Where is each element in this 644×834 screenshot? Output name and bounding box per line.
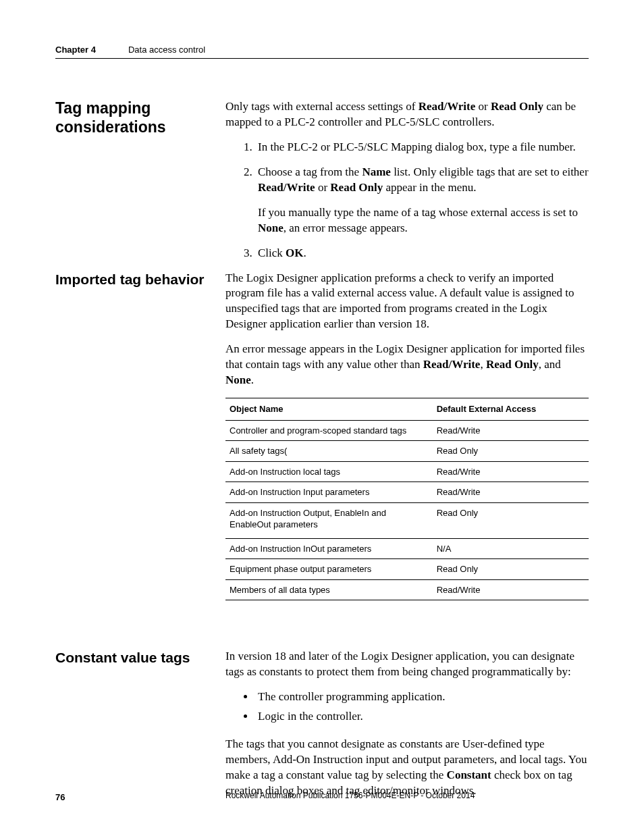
section-tag-mapping: Tag mapping considerations Only tags wit… [55,99,589,271]
page-number: 76 [55,792,65,802]
table-header-default-access: Default External Access [433,398,589,421]
table-row: Add-on Instruction local tags Read/Write [225,461,589,482]
tag-mapping-steps: In the PLC-2 or PLC-5/SLC Mapping dialog… [225,140,589,261]
page-footer: 76 Rockwell Automation Publication 1756-… [55,791,589,803]
table-row: All safety tags( Read Only [225,441,589,462]
section-constant-value-tags: Constant value tags In version 18 and la… [55,649,589,808]
step-3: Click OK. [255,246,589,261]
table-row: Controller and program-scoped standard t… [225,420,589,441]
chapter-title: Data access control [128,45,205,55]
step-2: Choose a tag from the Name list. Only el… [255,165,589,236]
chapter-label: Chapter 4 [55,45,96,55]
constant-bullets: The controller programming application. … [225,689,589,725]
imported-p2: An error message appears in the Logix De… [225,342,589,388]
table-header-object-name: Object Name [225,398,433,421]
heading-tag-mapping: Tag mapping considerations [55,99,212,136]
table-row: Equipment phase output parameters Read O… [225,559,589,580]
running-header: Chapter 4 Data access control [55,45,589,59]
step-2-note: If you manually type the name of a tag w… [258,205,589,236]
table-row: Add-on Instruction InOut parameters N/A [225,538,589,559]
section-imported-tag-behavior: Imported tag behavior The Logix Designer… [55,271,589,608]
imported-p1: The Logix Designer application preforms … [225,271,589,333]
page: Chapter 4 Data access control Tag mappin… [0,0,644,834]
tag-mapping-intro: Only tags with external access settings … [225,99,589,130]
table-row: Add-on Instruction Input parameters Read… [225,482,589,503]
heading-imported-tag-behavior: Imported tag behavior [55,271,212,288]
heading-constant-value-tags: Constant value tags [55,649,212,666]
constant-p1: In version 18 and later of the Logix Des… [225,649,589,680]
list-item: Logic in the controller. [255,709,589,725]
default-external-access-table: Object Name Default External Access Cont… [225,398,589,600]
table-row: Members of all data types Read/Write [225,579,589,600]
step-1: In the PLC-2 or PLC-5/SLC Mapping dialog… [255,140,589,155]
table-row: Add-on Instruction Output, EnableIn and … [225,502,589,538]
publication-id: Rockwell Automation Publication 1756-PM0… [225,791,475,800]
list-item: The controller programming application. [255,689,589,705]
constant-p2: The tags that you cannot designate as co… [225,737,589,799]
